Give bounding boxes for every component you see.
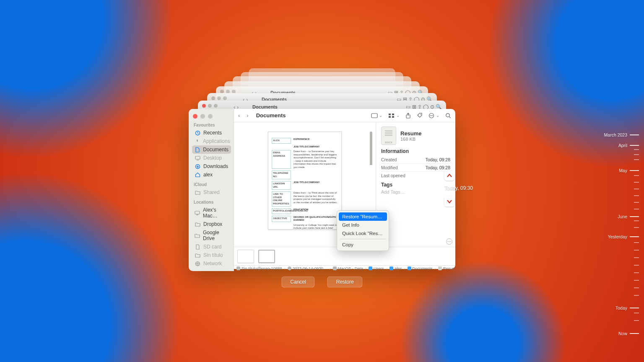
timeline-tick-labeled[interactable]: Yesterday xyxy=(608,234,639,239)
timeline-tick[interactable] xyxy=(634,149,639,150)
add-tags-field[interactable]: Add Tags… xyxy=(381,189,450,194)
timeline-tick-labeled[interactable]: Now xyxy=(618,331,639,336)
menu-item[interactable]: Get Info xyxy=(339,221,387,229)
sidebar-item-label: Shared xyxy=(203,189,220,195)
menu-item[interactable]: Restore "Resume" to… xyxy=(339,212,387,221)
sidebar-item-desktop[interactable]: Desktop xyxy=(192,154,231,162)
timeline-tick[interactable] xyxy=(634,159,639,160)
share-button[interactable] xyxy=(405,113,411,119)
path-segment[interactable]: alex xyxy=(390,266,402,271)
timeline-tick[interactable] xyxy=(634,250,639,251)
path-segment[interactable]: Documents xyxy=(408,266,433,271)
timeline-tick[interactable] xyxy=(634,182,639,183)
timeline-tick[interactable] xyxy=(634,280,639,281)
path-segment[interactable]: Resume xyxy=(438,266,455,271)
timeline-tick[interactable] xyxy=(634,320,639,321)
timeline-tick[interactable] xyxy=(634,209,639,209)
svg-rect-7 xyxy=(389,114,391,115)
clock-icon xyxy=(195,130,200,136)
sidebar-item-label: Documents xyxy=(203,147,229,153)
group-button[interactable]: ⌄ xyxy=(388,113,400,118)
forward-button[interactable]: › xyxy=(247,112,248,119)
svg-rect-4 xyxy=(196,215,198,215)
sidebar-item-sin-t-tulo[interactable]: Sin título xyxy=(192,251,231,259)
timeline-tick[interactable] xyxy=(634,313,639,313)
timeline[interactable]: March 2023AprilMayJuneYesterdayTodayNow xyxy=(593,0,639,362)
sidebar-item-shared[interactable]: Shared xyxy=(192,188,231,197)
timeline-tick-labeled[interactable]: May xyxy=(619,168,639,173)
sidebar-item-dropbox[interactable]: Dropbox xyxy=(192,220,231,228)
search-button[interactable] xyxy=(445,113,451,119)
path-segment[interactable]: Users xyxy=(369,266,384,271)
timeline-tick[interactable] xyxy=(634,227,639,228)
cancel-button[interactable]: Cancel xyxy=(281,277,314,287)
desk-icon xyxy=(195,156,200,160)
context-menu[interactable]: Restore "Resume" to…Get InfoQuick Look "… xyxy=(337,210,389,251)
sidebar-item-applications[interactable]: Applications xyxy=(192,137,231,145)
sidebar-item-downloads[interactable]: Downloads xyxy=(192,162,231,171)
sidebar-item-network[interactable]: Network xyxy=(192,259,231,268)
net-icon xyxy=(195,261,200,266)
timeline-tick[interactable] xyxy=(634,189,639,189)
close-icon[interactable] xyxy=(193,114,197,119)
timeline-tick[interactable] xyxy=(634,272,639,273)
sidebar-item-label: Dropbox xyxy=(203,221,222,227)
doc-icon xyxy=(195,147,200,153)
scrollbar[interactable] xyxy=(370,132,372,199)
restore-button[interactable]: Restore xyxy=(327,277,363,287)
tag-button[interactable] xyxy=(417,113,423,119)
timeline-tick[interactable] xyxy=(634,195,639,196)
zoom-icon[interactable] xyxy=(208,114,213,119)
folder-icon xyxy=(195,222,200,227)
sidebar-item-sd-card[interactable]: SD card xyxy=(192,243,231,251)
path-segment[interactable]: MacOS - Data xyxy=(333,266,363,271)
window-controls[interactable] xyxy=(193,114,231,119)
sidebar-section-label: Favourites xyxy=(194,123,231,127)
timeline-tick[interactable] xyxy=(634,265,639,266)
menu-item[interactable]: Quick Look "Resume" xyxy=(339,229,387,238)
minimize-icon[interactable] xyxy=(200,114,205,119)
more-dots-icon[interactable] xyxy=(446,238,453,245)
svg-rect-8 xyxy=(389,116,391,118)
sidebar-item-alex[interactable]: alex xyxy=(192,171,231,179)
thumbnail-selected[interactable] xyxy=(258,250,275,263)
timeline-tick[interactable] xyxy=(634,175,639,176)
action-button[interactable]: ⌄ xyxy=(428,113,439,119)
sidebar-item-google-drive[interactable]: Google Drive xyxy=(192,228,231,243)
timeline-tick[interactable] xyxy=(634,202,639,203)
back-button[interactable]: ‹ xyxy=(238,112,240,119)
timeline-tick[interactable] xyxy=(634,220,639,221)
sidebar-item-documents[interactable]: Documents xyxy=(192,145,231,154)
timeline-tick-labeled[interactable]: Today xyxy=(615,305,639,310)
timeline-tick-labeled[interactable]: April xyxy=(618,143,639,148)
svg-point-16 xyxy=(432,115,433,116)
timeline-tick[interactable] xyxy=(634,154,639,155)
svg-rect-6 xyxy=(371,114,377,118)
sidebar-item-recents[interactable]: Recents xyxy=(192,129,231,137)
timeline-tick[interactable] xyxy=(634,295,639,296)
info-row: CreatedToday, 09:28 xyxy=(381,156,450,164)
folder-icon xyxy=(195,253,200,258)
svg-point-12 xyxy=(421,114,421,114)
view-mode-button[interactable]: ⌄ xyxy=(371,113,382,118)
sidebar-item-alex-s-mac-[interactable]: Alex's Mac… xyxy=(192,206,231,220)
timeline-forward-button[interactable] xyxy=(444,197,454,207)
path-segment[interactable]: Sin título@snap-10888 xyxy=(236,266,282,271)
svg-point-15 xyxy=(431,115,432,116)
path-segment[interactable]: 2023-06-14-0930… xyxy=(288,266,327,271)
toolbar: ‹ › Documents ⌄ ⌄ ⌄ xyxy=(234,109,455,122)
apps-icon xyxy=(195,139,200,144)
timeline-back-button[interactable] xyxy=(444,171,454,181)
down-icon xyxy=(195,164,200,169)
svg-rect-3 xyxy=(195,211,200,214)
path-bar[interactable]: Sin título@snap-10888›2023-06-14-0930…›M… xyxy=(234,265,455,271)
timeline-tick[interactable] xyxy=(634,257,639,258)
timeline-tick[interactable] xyxy=(634,242,639,243)
timeline-tick[interactable] xyxy=(634,287,639,288)
sidebar-item-label: Network xyxy=(203,261,222,266)
thumbnail[interactable] xyxy=(237,250,254,263)
timeline-tick-labeled[interactable]: March 2023 xyxy=(604,132,639,137)
menu-item[interactable]: Copy xyxy=(339,240,387,249)
timeline-tick-labeled[interactable]: June xyxy=(618,214,639,219)
info-row: Last opened-- xyxy=(381,172,450,179)
